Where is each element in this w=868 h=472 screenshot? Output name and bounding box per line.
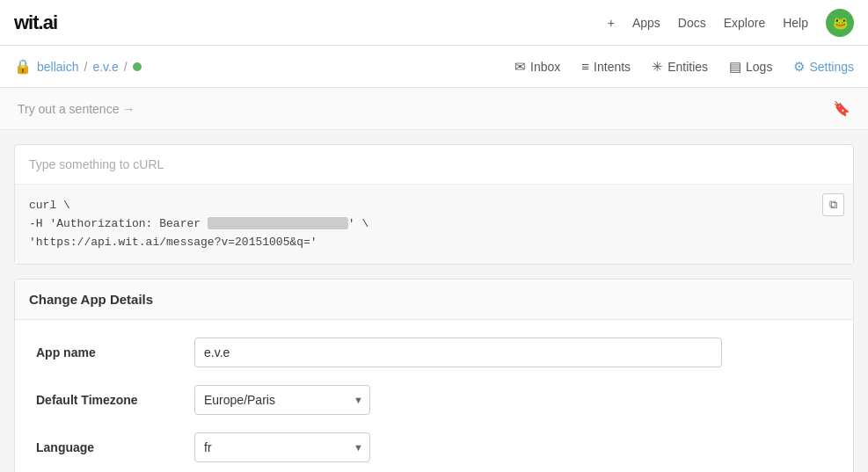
status-dot (133, 62, 142, 71)
explore-link[interactable]: Explore (724, 16, 765, 30)
settings-section: Change App Details App name Default Time… (14, 279, 854, 472)
language-label: Language (36, 440, 194, 454)
inbox-nav-item[interactable]: ✉ Inbox (514, 59, 560, 75)
timezone-select-wrap: Europe/Paris UTC America/New_York Americ… (194, 385, 370, 415)
bookmark-icon[interactable]: 🔖 (833, 100, 850, 117)
logs-label: Logs (746, 60, 772, 74)
avatar-icon: 🐸 (833, 16, 848, 30)
settings-nav-item[interactable]: ⚙ Settings (793, 59, 854, 75)
intents-nav-item[interactable]: ≡ Intents (581, 59, 631, 74)
try-bar: Try out a sentence → 🔖 (0, 88, 868, 130)
app-name-row: App name (36, 338, 832, 367)
sub-nav: ✉ Inbox ≡ Intents ✳ Entities ▤ Logs ⚙ Se… (514, 59, 854, 75)
breadcrumb-nav: 🔒 bellaich / e.v.e / ✉ Inbox ≡ Intents ✳… (0, 46, 868, 88)
language-row: Language fr en de es it pt ▼ (36, 432, 832, 462)
curl-line2-suffix: ' \ (348, 217, 368, 230)
intents-label: Intents (594, 60, 631, 74)
copy-button[interactable]: ⧉ (822, 193, 844, 216)
app-name-label: App name (36, 345, 194, 359)
settings-section-title: Change App Details (15, 280, 853, 320)
language-select-wrap: fr en de es it pt ▼ (194, 432, 370, 462)
lock-icon: 🔒 (14, 58, 32, 75)
curl-line3: 'https://api.wit.ai/message?v=20151005&q… (29, 234, 839, 252)
main-content: Type something to cURL curl \ -H 'Author… (0, 130, 868, 472)
breadcrumb-user-link[interactable]: bellaich (37, 60, 78, 74)
logs-icon: ▤ (729, 59, 741, 75)
curl-header: Type something to cURL (15, 145, 853, 185)
timezone-row: Default Timezone Europe/Paris UTC Americ… (36, 385, 832, 415)
curl-line2-prefix: -H 'Authorization: Bearer (29, 217, 208, 230)
breadcrumb-sep2: / (124, 60, 128, 74)
curl-section: Type something to cURL curl \ -H 'Author… (14, 144, 854, 265)
intents-icon: ≡ (581, 59, 589, 74)
try-bar-placeholder[interactable]: Try out a sentence → (18, 102, 135, 116)
inbox-label: Inbox (530, 60, 560, 74)
language-select[interactable]: fr en de es it pt (194, 432, 370, 462)
add-icon[interactable]: + (608, 16, 615, 30)
avatar[interactable]: 🐸 (826, 9, 854, 37)
curl-line1: curl \ (29, 197, 839, 215)
top-nav-right: + Apps Docs Explore Help 🐸 (608, 9, 854, 37)
breadcrumb-sep1: / (84, 60, 87, 74)
entities-label: Entities (667, 60, 708, 74)
token-blur (208, 217, 348, 229)
logo-area: wit.ai (14, 11, 57, 34)
timezone-label: Default Timezone (36, 393, 194, 407)
app-name-input[interactable] (194, 338, 722, 367)
curl-line2: -H 'Authorization: Bearer ' \ (29, 215, 839, 234)
docs-link[interactable]: Docs (678, 16, 706, 30)
copy-icon: ⧉ (829, 198, 837, 211)
breadcrumb-app-link[interactable]: e.v.e (92, 60, 118, 74)
help-link[interactable]: Help (783, 16, 808, 30)
logo[interactable]: wit.ai (14, 11, 57, 34)
entities-icon: ✳ (652, 59, 663, 75)
settings-label: Settings (809, 60, 854, 74)
logs-nav-item[interactable]: ▤ Logs (729, 59, 772, 75)
timezone-select[interactable]: Europe/Paris UTC America/New_York Americ… (194, 385, 370, 415)
inbox-icon: ✉ (514, 59, 526, 75)
entities-nav-item[interactable]: ✳ Entities (652, 59, 708, 75)
breadcrumb: 🔒 bellaich / e.v.e / (14, 58, 142, 75)
top-nav: wit.ai + Apps Docs Explore Help 🐸 (0, 0, 868, 46)
apps-link[interactable]: Apps (632, 16, 660, 30)
settings-form: App name Default Timezone Europe/Paris U… (15, 320, 853, 472)
curl-body: curl \ -H 'Authorization: Bearer ' \ 'ht… (15, 185, 853, 264)
settings-icon: ⚙ (793, 59, 805, 75)
